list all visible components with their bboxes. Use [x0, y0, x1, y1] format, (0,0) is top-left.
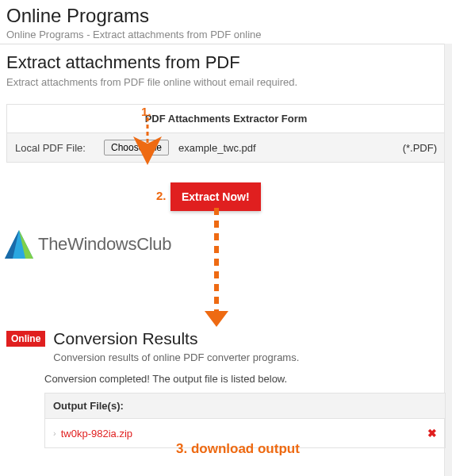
download-link[interactable]: tw0kp-982ia.zip: [61, 428, 132, 440]
file-ext-hint: (*.PDF): [403, 142, 437, 154]
chevron-right-icon: ›: [53, 428, 56, 438]
annotation-step-1: 1.: [141, 105, 151, 118]
extract-now-button[interactable]: Extract Now!: [170, 182, 261, 211]
thewindowsclub-logo-icon: [5, 230, 33, 259]
watermark: TheWindowsClub: [5, 230, 171, 259]
page-title: Online Programs: [6, 5, 446, 27]
output-files-heading: Output File(s):: [45, 393, 445, 419]
watermark-text: TheWindowsClub: [38, 234, 171, 255]
annotation-step-3: 3. download output: [176, 441, 300, 457]
delete-icon[interactable]: ✖: [427, 427, 437, 440]
section-subtext: Extract attachments from PDF file online…: [6, 76, 446, 88]
selected-file-name: example_twc.pdf: [178, 142, 256, 154]
section-header: Extract attachments from PDF Extract att…: [0, 44, 452, 93]
form-row-file: Local PDF File: Choose File example_twc.…: [7, 133, 445, 162]
online-badge: Online: [6, 331, 45, 347]
output-files-box: Output File(s): › tw0kp-982ia.zip ✖: [44, 393, 446, 448]
choose-file-button[interactable]: Choose File: [104, 140, 169, 155]
section-heading: Extract attachments from PDF: [6, 52, 446, 73]
conversion-status: Conversion completed! The output file is…: [44, 373, 446, 385]
breadcrumb: Online Programs - Extract attachments fr…: [6, 29, 446, 40]
results-section: Online Conversion Results Conversion res…: [0, 329, 452, 455]
file-label: Local PDF File:: [15, 142, 94, 154]
annotation-step-2: 2.: [156, 189, 167, 202]
results-heading: Conversion Results: [53, 329, 299, 348]
form-title: PDF Attachments Extractor Form: [7, 105, 445, 133]
results-subtext: Conversion results of online PDF convert…: [53, 351, 299, 363]
page-header: Online Programs Online Programs - Extrac…: [0, 0, 452, 44]
extractor-form: PDF Attachments Extractor Form Local PDF…: [6, 104, 446, 163]
